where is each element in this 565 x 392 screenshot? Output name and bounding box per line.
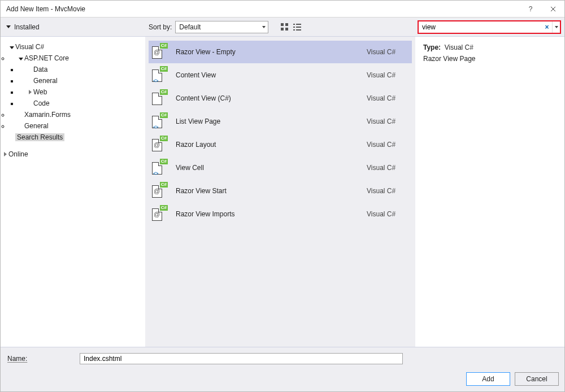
svg-rect-7	[296, 27, 301, 28]
close-button[interactable]	[542, 1, 564, 18]
search-input-container: ×	[418, 20, 561, 34]
info-description: Razor View Page	[423, 55, 557, 63]
svg-rect-8	[293, 29, 295, 31]
template-language: Visual C#	[367, 164, 412, 172]
template-item[interactable]: C#@Razor LayoutVisual C#	[149, 133, 412, 156]
tiles-icon	[281, 23, 289, 31]
list-icon	[293, 23, 301, 31]
template-name: Razor View Start	[176, 187, 367, 195]
template-icon: C#<>	[152, 114, 167, 129]
svg-rect-3	[285, 28, 288, 31]
tree-node-code[interactable]: Code	[19, 98, 145, 109]
cancel-button[interactable]: Cancel	[515, 372, 559, 386]
svg-rect-2	[281, 28, 284, 31]
help-button[interactable]: ?	[519, 1, 542, 18]
template-item[interactable]: C#<>List View PageVisual C#	[149, 110, 412, 133]
tree-node-label: Data	[33, 66, 47, 73]
tree-node-search-results[interactable]: Search Results	[1, 132, 145, 143]
sort-label: Sort by:	[149, 23, 172, 31]
template-name: List View Page	[176, 117, 367, 125]
template-item[interactable]: C#<>Content ViewVisual C#	[149, 64, 412, 86]
template-name: Content View (C#)	[176, 94, 367, 102]
chevron-down-icon	[555, 26, 558, 28]
tree-node-data[interactable]: Data	[19, 64, 145, 75]
toolbar: Installed Sort by: Default	[1, 18, 564, 37]
template-info: Type: Visual C# Razor View Page	[415, 37, 564, 347]
template-icon: C#	[152, 90, 167, 106]
chevron-down-icon	[6, 25, 11, 28]
search-dropdown-button[interactable]	[552, 21, 560, 33]
template-icon: C#@	[152, 44, 167, 60]
template-item[interactable]: C#@Razor View StartVisual C#	[149, 180, 412, 202]
view-list-button[interactable]	[291, 21, 303, 33]
svg-rect-0	[281, 23, 284, 26]
tree-node-web[interactable]: Web	[19, 86, 145, 98]
add-button-label: Add	[482, 375, 494, 383]
sort-select-value: Default	[179, 23, 201, 31]
name-label: Name:	[7, 355, 73, 363]
tree-node-label: ASP.NET Core	[24, 54, 69, 62]
name-input[interactable]	[80, 353, 403, 364]
close-icon	[550, 6, 556, 12]
template-icon: C#@	[152, 206, 167, 222]
chevron-right-icon	[27, 88, 33, 96]
cancel-button-label: Cancel	[526, 375, 547, 383]
tree-node-label: Code	[33, 99, 50, 107]
sort-select[interactable]: Default	[175, 21, 268, 33]
category-root-label: Installed	[14, 23, 40, 31]
category-tree: Visual C# ASP.NET Core Data General	[1, 37, 145, 347]
template-language: Visual C#	[367, 94, 412, 102]
template-name: Content View	[176, 71, 367, 79]
template-icon: C#@	[152, 183, 167, 199]
chevron-right-icon	[2, 150, 8, 158]
info-type-value: Visual C#	[445, 43, 473, 51]
tree-node-label: General	[33, 77, 58, 85]
chevron-down-icon	[18, 54, 24, 62]
chevron-down-icon	[8, 43, 15, 51]
dialog-footer: Name: Add Cancel	[1, 347, 564, 391]
tree-node-label: Xamarin.Forms	[24, 111, 71, 119]
view-tiles-button[interactable]	[279, 21, 291, 33]
tree-node-general-2[interactable]: General	[10, 120, 145, 132]
template-language: Visual C#	[367, 187, 412, 195]
tree-node-label: General	[24, 122, 49, 130]
tree-node-label: Online	[8, 150, 28, 158]
template-item[interactable]: C#Content View (C#)Visual C#	[149, 87, 412, 110]
tree-node-aspnet-core[interactable]: ASP.NET Core	[10, 53, 145, 64]
svg-rect-5	[296, 24, 301, 25]
template-name: Razor View - Empty	[176, 48, 367, 56]
search-input[interactable]	[422, 23, 542, 31]
template-language: Visual C#	[367, 141, 412, 149]
tree-node-visual-csharp[interactable]: Visual C#	[1, 41, 145, 53]
tree-node-xamarin[interactable]: Xamarin.Forms	[10, 109, 145, 120]
svg-rect-1	[285, 23, 288, 26]
template-name: View Cell	[176, 164, 367, 172]
tree-node-general[interactable]: General	[19, 75, 145, 86]
template-icon: C#@	[152, 137, 167, 153]
svg-rect-6	[293, 27, 295, 28]
template-language: Visual C#	[367, 117, 412, 125]
template-name: Razor Layout	[176, 141, 367, 149]
template-icon: C#<>	[152, 67, 167, 83]
tree-node-online[interactable]: Online	[1, 149, 145, 160]
template-item[interactable]: C#<>View CellVisual C#	[149, 156, 412, 179]
category-header[interactable]: Installed	[1, 18, 145, 36]
template-language: Visual C#	[367, 210, 412, 218]
svg-rect-9	[296, 29, 301, 31]
template-icon: C#<>	[152, 160, 167, 176]
tree-node-label: Visual C#	[15, 43, 44, 51]
dialog-titlebar: Add New Item - MvcMovie ?	[1, 1, 564, 18]
search-clear-button[interactable]: ×	[542, 23, 552, 31]
chevron-down-icon	[262, 26, 266, 28]
dialog-body: Visual C# ASP.NET Core Data General	[1, 37, 564, 347]
tree-node-label: Web	[33, 88, 47, 96]
template-language: Visual C#	[367, 48, 412, 56]
add-button[interactable]: Add	[466, 372, 510, 386]
template-item[interactable]: C#@Razor View - EmptyVisual C#	[149, 41, 412, 63]
template-name: Razor View Imports	[176, 210, 367, 218]
svg-rect-4	[293, 24, 295, 25]
info-type-label: Type:	[423, 43, 441, 51]
dialog-title: Add New Item - MvcMovie	[6, 5, 85, 13]
template-item[interactable]: C#@Razor View ImportsVisual C#	[149, 203, 412, 225]
tree-node-label: Search Results	[15, 133, 64, 141]
